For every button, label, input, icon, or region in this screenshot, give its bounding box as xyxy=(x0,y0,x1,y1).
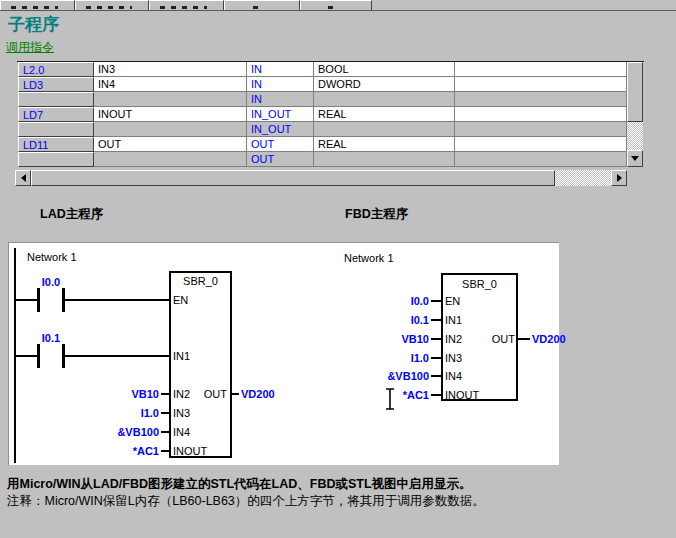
cell-symbol[interactable] xyxy=(94,122,247,137)
fbd-pin-out: OUT xyxy=(487,333,515,345)
cell-comment[interactable] xyxy=(455,62,627,77)
toolbar-button-2[interactable] xyxy=(75,0,149,10)
cell-var-type[interactable]: IN xyxy=(247,77,314,92)
fbd-block-title: SBR_0 xyxy=(443,278,516,290)
cell-symbol[interactable]: IN4 xyxy=(94,77,247,92)
toolbar-button-5[interactable] xyxy=(300,0,372,10)
lad-wire xyxy=(161,412,169,414)
lad-contact-bar xyxy=(37,344,40,368)
horizontal-scrollbar[interactable] xyxy=(15,170,627,186)
toolbar-button-3[interactable] xyxy=(149,0,224,10)
footer-note-comment: 注释：Micro/WIN保留L内存（LB60-LB63）的四个上方字节，将其用于… xyxy=(7,493,667,510)
fbd-wire xyxy=(431,319,441,321)
cell-address[interactable]: LD11 xyxy=(18,137,94,152)
lad-pin-in2: IN2 xyxy=(173,388,190,400)
fbd-section-label: FBD主程序 xyxy=(345,206,408,223)
fbd-pin-in3: IN3 xyxy=(445,352,462,364)
clipped-button-text xyxy=(160,6,207,9)
fbd-wire xyxy=(518,338,530,340)
fbd-operand-en: I0.0 xyxy=(359,295,429,307)
cell-comment[interactable] xyxy=(455,122,627,137)
lad-contact-bar xyxy=(37,288,40,312)
fbd-wire xyxy=(431,300,441,302)
cell-var-type[interactable]: OUT xyxy=(247,137,314,152)
lad-contact1-operand: I0.0 xyxy=(37,276,65,288)
scroll-right-button[interactable] xyxy=(611,170,627,186)
page-title: 子程序 xyxy=(8,13,59,36)
cell-comment[interactable] xyxy=(455,152,627,167)
arrow-down-icon xyxy=(631,156,639,161)
cell-comment[interactable] xyxy=(455,77,627,92)
cell-var-type[interactable]: IN_OUT xyxy=(247,122,314,137)
arrow-left-icon xyxy=(21,174,26,182)
lad-operand-out: VD200 xyxy=(241,388,275,400)
cell-comment[interactable] xyxy=(455,137,627,152)
cell-address[interactable] xyxy=(18,152,94,167)
lad-wire xyxy=(15,355,37,357)
cell-symbol[interactable]: IN3 xyxy=(94,62,247,77)
cell-address[interactable]: LD7 xyxy=(18,107,94,122)
cell-address[interactable]: LD3 xyxy=(18,77,94,92)
fbd-wire xyxy=(431,375,441,377)
cell-address[interactable]: L2.0 xyxy=(18,62,94,77)
vertical-scrollbar[interactable] xyxy=(627,62,643,167)
vscroll-track[interactable] xyxy=(627,122,643,150)
lad-pin-en: EN xyxy=(173,294,188,306)
cell-address[interactable] xyxy=(18,92,94,107)
lad-operand-in4: &VB100 xyxy=(104,426,159,438)
fbd-pin-in4: IN4 xyxy=(445,370,462,382)
cell-data-type[interactable]: REAL xyxy=(314,137,455,152)
fbd-pin-in1: IN1 xyxy=(445,314,462,326)
cell-data-type[interactable]: DWORD xyxy=(314,77,455,92)
help-window: 子程序 调用指令 L2.0 IN3 IN BOOL LD3 IN4 IN DWO… xyxy=(0,0,676,538)
cell-var-type[interactable]: IN xyxy=(247,62,314,77)
lad-pin-in1: IN1 xyxy=(173,350,190,362)
cell-var-type[interactable]: IN xyxy=(247,92,314,107)
fbd-operand-in3: I1.0 xyxy=(359,352,429,364)
lad-pin-in3: IN3 xyxy=(173,407,190,419)
fbd-network-label: Network 1 xyxy=(344,252,394,264)
lad-pin-inout: INOUT xyxy=(173,445,207,457)
fbd-wire xyxy=(431,394,441,396)
cell-data-type[interactable] xyxy=(314,122,455,137)
cell-data-type[interactable] xyxy=(314,92,455,107)
lad-operand-in2: VB10 xyxy=(104,388,159,400)
call-instruction-link[interactable]: 调用指令 xyxy=(6,39,54,56)
lad-network-label: Network 1 xyxy=(27,251,77,263)
lad-wire xyxy=(65,299,169,301)
clipped-button-text xyxy=(11,6,58,9)
scroll-down-button[interactable] xyxy=(627,150,643,167)
cell-symbol[interactable] xyxy=(94,152,247,167)
cell-comment[interactable] xyxy=(455,92,627,107)
lad-wire xyxy=(232,393,239,395)
lad-operand-inout: *AC1 xyxy=(104,445,159,457)
cell-symbol[interactable] xyxy=(94,92,247,107)
lad-pin-out: OUT xyxy=(201,388,227,400)
clipped-button-text xyxy=(253,6,263,9)
lad-block-title: SBR_0 xyxy=(171,275,230,287)
vscroll-thumb[interactable] xyxy=(627,62,643,122)
cell-symbol[interactable]: INOUT xyxy=(94,107,247,122)
toolbar-button-4[interactable] xyxy=(224,0,300,10)
footer-note-main: 用Micro/WIN从LAD/FBD图形建立的STL代码在LAD、FBD或STL… xyxy=(7,476,667,493)
cell-address[interactable] xyxy=(18,122,94,137)
fbd-operand-in4: &VB100 xyxy=(359,370,429,382)
cell-data-type[interactable]: BOOL xyxy=(314,62,455,77)
hscroll-track[interactable] xyxy=(555,170,611,186)
cell-var-type[interactable]: IN_OUT xyxy=(247,107,314,122)
fbd-operand-in2: VB10 xyxy=(359,333,429,345)
diagram-panel: Network 1 I0.0 I0.1 SBR_0 EN IN1 IN2 IN3… xyxy=(8,242,559,465)
fbd-wire xyxy=(431,338,441,340)
local-variable-table: L2.0 IN3 IN BOOL LD3 IN4 IN DWORD IN LD7… xyxy=(14,58,645,189)
hscroll-thumb[interactable] xyxy=(31,170,555,186)
cell-comment[interactable] xyxy=(455,107,627,122)
cell-data-type[interactable]: REAL xyxy=(314,107,455,122)
toolbar-button-1[interactable] xyxy=(0,0,75,10)
cell-symbol[interactable]: OUT xyxy=(94,137,247,152)
cell-var-type[interactable]: OUT xyxy=(247,152,314,167)
cell-data-type[interactable] xyxy=(314,152,455,167)
lad-contact2-operand: I0.1 xyxy=(37,332,65,344)
lad-pin-in4: IN4 xyxy=(173,426,190,438)
fbd-operand-out: VD200 xyxy=(532,333,566,345)
scroll-left-button[interactable] xyxy=(15,170,31,186)
